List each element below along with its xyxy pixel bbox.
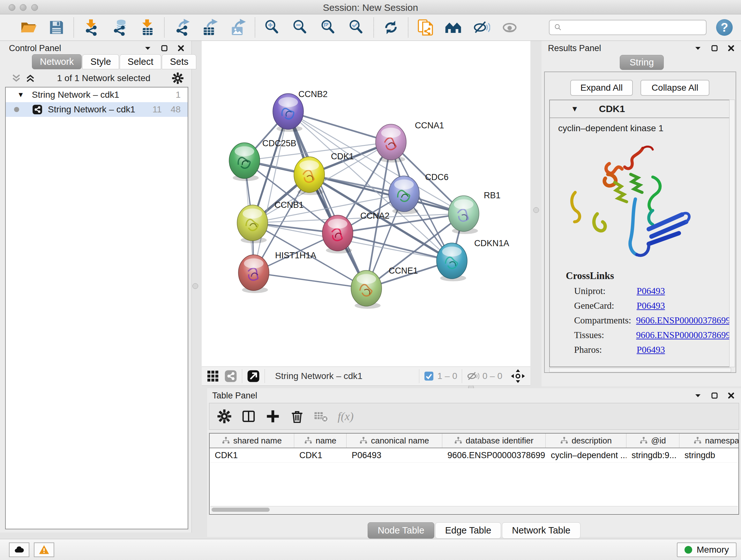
network-node-cdkn1a[interactable]: CDKN1A (436, 239, 509, 281)
network-graph[interactable]: CCNB2CCNA1CDC25BCDK1CDC6RB1CCNB1CCNA2CDK… (202, 41, 530, 367)
network-node-ccna1[interactable]: CCNA1 (376, 121, 444, 163)
hide-selected-button[interactable] (472, 18, 491, 37)
selected-checkbox-icon[interactable] (424, 371, 434, 381)
table-cell[interactable]: CDK1 (210, 448, 294, 462)
table-cell[interactable]: stringdb (679, 448, 739, 462)
table-settings-button[interactable] (215, 407, 233, 426)
panel-menu-icon[interactable] (694, 391, 702, 400)
grid-view-icon[interactable] (206, 369, 219, 383)
help-button[interactable]: ? (716, 19, 733, 36)
table-cell[interactable]: 9606.ENSP00000378699 (442, 448, 546, 462)
column-header-shared-name[interactable]: shared name (210, 434, 294, 448)
left-splitter-handle[interactable] (192, 283, 198, 289)
column-header-description[interactable]: description (546, 434, 626, 448)
export-table-button[interactable] (200, 18, 219, 37)
network-options-gear-icon[interactable] (172, 72, 184, 84)
zoom-in-button[interactable] (263, 18, 281, 37)
table-cell[interactable]: cyclin–dependent ... (546, 448, 626, 462)
crosslink-link[interactable]: P06493 (636, 286, 665, 296)
search-input[interactable] (565, 22, 706, 33)
save-session-button[interactable] (47, 18, 66, 37)
string-document-icon (417, 19, 434, 36)
network-node-ccnb2[interactable]: CCNB2 (273, 89, 328, 132)
tab-style[interactable]: Style (82, 54, 119, 69)
zoom-selected-button[interactable] (347, 18, 366, 37)
scrollbar-handle[interactable] (212, 508, 270, 512)
network-row[interactable]: String Network – cdk1 11 48 (6, 102, 188, 117)
export-table-icon (201, 19, 218, 36)
refresh-layout-button[interactable] (382, 18, 400, 37)
tab-network[interactable]: Network (32, 54, 82, 69)
right-splitter-handle[interactable] (533, 207, 539, 213)
results-vertical-scrollbar[interactable] (729, 100, 735, 367)
network-node-cdk1[interactable]: CDK1 (294, 152, 354, 195)
crosslink-link[interactable]: 9606.ENSP00000378699 (636, 315, 731, 326)
expand-all-button[interactable]: Expand All (570, 80, 633, 96)
zoom-out-button[interactable] (291, 18, 310, 37)
split-panel-button[interactable] (239, 407, 258, 426)
float-panel-icon[interactable] (711, 44, 719, 52)
network-edge[interactable] (254, 111, 288, 273)
zoom-fit-button[interactable] (319, 18, 338, 37)
panel-menu-icon[interactable] (144, 44, 152, 52)
table-row[interactable]: CDK1CDK1P064939606.ENSP00000378699cyclin… (210, 448, 738, 462)
string-import-button[interactable] (416, 18, 434, 37)
table-cell[interactable]: CDK1 (294, 448, 347, 462)
column-header-canonical-name[interactable]: canonical name (347, 434, 442, 448)
network-edge[interactable] (288, 111, 391, 142)
crosslink-link[interactable]: 9606.ENSP00000378699 (636, 330, 731, 340)
table-cell[interactable]: stringdb:9... (626, 448, 679, 462)
column-header-database-identifier[interactable]: database identifier (442, 434, 546, 448)
search-box[interactable] (549, 20, 706, 35)
share-view-icon[interactable] (224, 369, 238, 383)
birdseye-view-icon[interactable] (511, 369, 525, 383)
expand-all-icon[interactable] (25, 73, 36, 84)
gene-header[interactable]: ▼ CDK1 (550, 100, 731, 118)
column-header-at-id[interactable]: @id (626, 434, 679, 448)
tab-node-table[interactable]: Node Table (367, 522, 434, 539)
tab-select[interactable]: Select (120, 54, 161, 69)
collapse-all-icon[interactable] (11, 73, 22, 84)
tab-edge-table[interactable]: Edge Table (435, 522, 501, 539)
hidden-eye-icon[interactable] (467, 370, 479, 382)
first-neighbors-button[interactable] (444, 18, 463, 37)
export-image-button[interactable] (228, 18, 247, 37)
import-table-file-button[interactable] (138, 18, 156, 37)
import-network-file-button[interactable] (82, 18, 100, 37)
memory-button[interactable]: Memory (677, 543, 737, 557)
network-edge[interactable] (288, 111, 366, 288)
collection-caret-icon[interactable]: ▼ (17, 91, 24, 99)
network-node-hist1h1a[interactable]: HIST1H1A (239, 251, 316, 293)
crosslink-link[interactable]: P06493 (636, 300, 665, 311)
add-column-button[interactable] (264, 407, 282, 426)
tab-string[interactable]: String (620, 55, 664, 70)
import-network-database-button[interactable] (110, 18, 128, 37)
export-network-button[interactable] (172, 18, 191, 37)
delete-column-button[interactable] (288, 407, 307, 426)
network-canvas[interactable]: CCNB2CCNA1CDC25BCDK1CDC6RB1CCNB1CCNA2CDK… (202, 41, 530, 367)
network-node-rb1[interactable]: RB1 (448, 191, 501, 234)
detach-view-icon[interactable] (247, 369, 260, 383)
panel-menu-icon[interactable] (694, 44, 702, 52)
tab-sets[interactable]: Sets (162, 54, 196, 69)
close-panel-icon[interactable] (177, 44, 185, 52)
cloud-status-button[interactable] (9, 543, 29, 557)
network-edge[interactable] (254, 273, 366, 288)
results-horizontal-scrollbar[interactable] (549, 368, 731, 372)
network-node-ccne1[interactable]: CCNE1 (351, 266, 418, 309)
tab-network-table[interactable]: Network Table (502, 522, 580, 539)
close-panel-icon[interactable] (727, 44, 735, 52)
float-panel-icon[interactable] (160, 44, 169, 52)
crosslink-link[interactable]: P06493 (636, 345, 665, 355)
collapse-all-button[interactable]: Collapse All (641, 80, 710, 96)
network-collection-row[interactable]: ▼ String Network – cdk1 1 (6, 87, 188, 102)
gene-caret-icon[interactable]: ▼ (571, 105, 579, 113)
warning-status-button[interactable] (34, 543, 54, 557)
float-panel-icon[interactable] (711, 391, 719, 400)
table-horizontal-scrollbar[interactable] (210, 506, 738, 513)
open-session-button[interactable] (19, 18, 38, 37)
column-header-namespace[interactable]: namespace (679, 434, 739, 448)
close-panel-icon[interactable] (727, 391, 735, 400)
column-header-name[interactable]: name (294, 434, 347, 448)
table-cell[interactable]: P06493 (347, 448, 442, 462)
